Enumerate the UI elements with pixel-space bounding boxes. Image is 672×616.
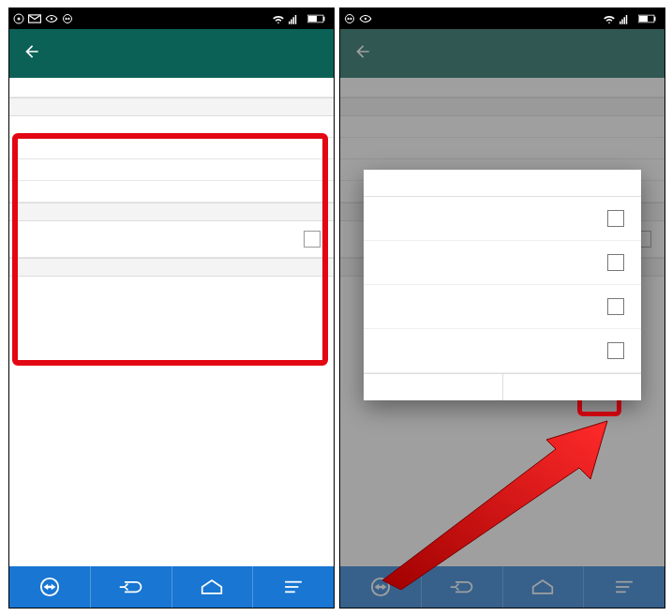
teamviewer-icon — [62, 13, 73, 24]
photo-checkbox[interactable] — [607, 210, 624, 227]
signal-icon — [620, 14, 631, 24]
signal-icon — [289, 14, 300, 24]
docs-checkbox[interactable] — [607, 342, 624, 359]
right-screenshot — [339, 8, 665, 608]
teamviewer-icon — [344, 13, 355, 24]
svg-rect-6 — [291, 19, 292, 23]
nav-home[interactable] — [172, 566, 254, 608]
wifi-icon — [272, 14, 285, 24]
video-checkbox[interactable] — [607, 298, 624, 315]
wifi-icon — [603, 14, 616, 24]
mail-icon — [28, 14, 41, 23]
eye-icon — [359, 14, 372, 23]
svg-rect-5 — [289, 21, 291, 23]
svg-rect-21 — [626, 15, 628, 24]
svg-rect-20 — [624, 17, 626, 24]
svg-rect-10 — [323, 17, 325, 22]
svg-rect-18 — [620, 21, 621, 23]
data-saving-checkbox[interactable] — [304, 231, 321, 248]
svg-rect-8 — [295, 15, 297, 24]
left-screenshot — [8, 8, 335, 608]
status-bar — [340, 8, 665, 29]
nav-teamviewer[interactable] — [9, 566, 91, 608]
battery-icon — [307, 14, 326, 23]
notif-icon — [13, 13, 24, 24]
roaming-row[interactable] — [9, 159, 334, 181]
battery-icon — [638, 14, 657, 23]
cancel-button[interactable] — [364, 374, 503, 400]
svg-rect-24 — [639, 16, 648, 22]
wifi-row[interactable] — [9, 138, 334, 159]
audio-checkbox[interactable] — [607, 254, 624, 271]
data-saving-row[interactable] — [9, 221, 334, 258]
nav-back[interactable] — [91, 566, 172, 608]
settings-list — [9, 78, 334, 277]
mobile-row[interactable] — [9, 116, 334, 138]
storage-row[interactable] — [9, 78, 334, 98]
svg-point-17 — [365, 18, 366, 20]
nav-bar — [9, 566, 334, 608]
ok-button[interactable] — [503, 374, 642, 400]
option-video[interactable] — [364, 285, 641, 329]
section-autoload — [9, 98, 334, 116]
svg-rect-19 — [621, 19, 623, 23]
status-bar — [9, 8, 334, 29]
svg-rect-7 — [293, 17, 295, 24]
option-docs[interactable] — [364, 329, 641, 373]
back-icon[interactable] — [22, 42, 41, 65]
voice-note — [9, 181, 334, 203]
nav-recent[interactable] — [253, 566, 334, 608]
eye-icon — [45, 14, 58, 23]
section-calls — [9, 203, 334, 221]
option-photo[interactable] — [364, 197, 641, 241]
option-audio[interactable] — [364, 241, 641, 285]
app-bar — [9, 29, 334, 78]
svg-point-3 — [51, 18, 52, 20]
mobile-dialog — [364, 170, 641, 400]
svg-point-1 — [18, 18, 21, 21]
dialog-title — [364, 170, 641, 197]
svg-rect-11 — [308, 16, 317, 22]
section-media — [9, 258, 334, 277]
svg-rect-23 — [654, 17, 656, 22]
